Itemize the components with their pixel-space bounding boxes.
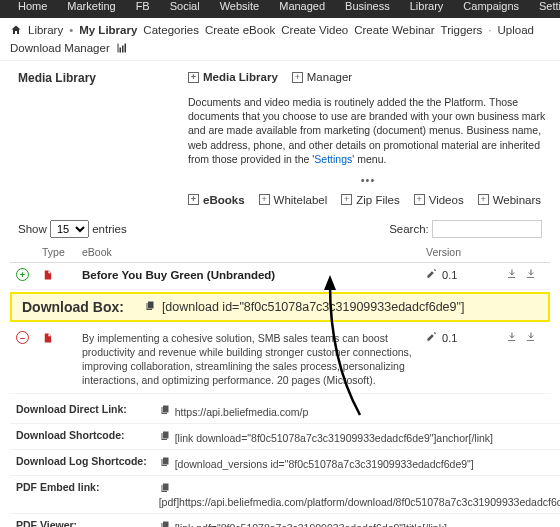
search-input[interactable]: [432, 220, 542, 238]
filter-whitelabel[interactable]: +Whitelabel: [259, 194, 328, 206]
nav-campaigns[interactable]: Campaigns: [453, 0, 529, 12]
link-value: [download_versions id="8f0c51078a7c3c319…: [175, 458, 474, 470]
download-icon[interactable]: [525, 332, 536, 344]
search-wrap: Search:: [389, 220, 542, 238]
nav-website[interactable]: Website: [210, 0, 270, 12]
settings-link[interactable]: Settings: [314, 153, 352, 165]
filter-webinars[interactable]: +Webinars: [478, 194, 541, 206]
filter-ebooks[interactable]: +eBooks: [188, 194, 245, 206]
version-text: 0.1: [442, 332, 457, 344]
media-library-heading: Media Library: [18, 71, 168, 85]
table-row: – By implementing a cohesive solution, S…: [10, 326, 550, 393]
nav-fb[interactable]: FB: [126, 0, 160, 12]
crumb-triggers[interactable]: Triggers: [441, 24, 483, 36]
description-tail: ' menu.: [352, 153, 386, 165]
edit-icon[interactable]: [426, 269, 437, 281]
link-value: [link pdf="8f0c51078a7c3c31909933edadcf6…: [175, 522, 447, 527]
crumb-create-ebook[interactable]: Create eBook: [205, 24, 275, 36]
tab-manager[interactable]: + Manager: [292, 71, 352, 83]
search-label: Search:: [389, 223, 429, 235]
media-table: Type eBook Version + Before You Buy Gree…: [10, 242, 550, 290]
download-icon[interactable]: [525, 269, 536, 281]
download-icon[interactable]: [506, 269, 517, 281]
plus-icon: +: [414, 194, 425, 205]
top-nav: Home Marketing FB Social Website Managed…: [0, 0, 560, 18]
link-details: Download Direct Link: https://api.belief…: [10, 398, 560, 527]
nav-settings[interactable]: Settings: [529, 0, 560, 12]
separator-dot: •: [69, 24, 73, 36]
right-column: + Media Library + Manager Documents and …: [188, 71, 548, 206]
col-version[interactable]: Version: [420, 242, 500, 263]
plus-icon: +: [188, 194, 199, 205]
callout-code-text: [download id="8f0c51078a7c3c31909933edad…: [162, 300, 465, 314]
plus-icon: +: [341, 194, 352, 205]
crumb-create-webinar[interactable]: Create Webinar: [354, 24, 434, 36]
tab-manager-label: Manager: [307, 71, 352, 83]
callout-label: Download Box:: [22, 299, 124, 315]
copy-icon[interactable]: [159, 432, 171, 444]
version-text: 0.1: [442, 269, 457, 281]
nav-business[interactable]: Business: [335, 0, 400, 12]
plus-icon: +: [188, 72, 199, 83]
filter-videos[interactable]: +Videos: [414, 194, 464, 206]
link-label: PDF Embed link:: [10, 475, 153, 513]
pdf-icon: [42, 272, 53, 284]
table-row: + Before You Buy Green (Unbranded) 0.1: [10, 262, 550, 289]
show-label: Show: [18, 223, 47, 235]
description-text: Documents and video media is routinely a…: [188, 95, 548, 166]
crumb-download-manager[interactable]: Download Manager: [10, 42, 110, 54]
nav-marketing[interactable]: Marketing: [57, 0, 125, 12]
edit-icon[interactable]: [426, 332, 437, 344]
crumb-library[interactable]: Library: [28, 24, 63, 36]
status-active-icon[interactable]: +: [16, 268, 29, 281]
link-row-viewer: PDF Viewer: [link pdf="8f0c51078a7c3c319…: [10, 513, 560, 527]
nav-library[interactable]: Library: [400, 0, 454, 12]
copy-icon[interactable]: [144, 299, 156, 315]
link-row-log: Download Log Shortcode: [download_versio…: [10, 449, 560, 475]
ebook-title[interactable]: Before You Buy Green (Unbranded): [76, 262, 420, 289]
crumb-create-video[interactable]: Create Video: [281, 24, 348, 36]
filter-zip-label: Zip Files: [356, 194, 399, 206]
nav-managed[interactable]: Managed: [269, 0, 335, 12]
col-ebook[interactable]: eBook: [76, 242, 420, 263]
nav-home[interactable]: Home: [8, 0, 57, 12]
plus-icon: +: [259, 194, 270, 205]
status-collapse-icon[interactable]: –: [16, 331, 29, 344]
page-size-select[interactable]: 15: [50, 220, 89, 238]
pdf-icon: [42, 335, 53, 347]
copy-icon[interactable]: [159, 484, 171, 496]
link-label: PDF Viewer:: [10, 513, 153, 527]
tab-media-library-label: Media Library: [203, 71, 278, 83]
table-controls: Show 15 entries Search:: [0, 212, 560, 242]
link-row-direct: Download Direct Link: https://api.belief…: [10, 398, 560, 424]
breadcrumb: Library • My Library Categories Create e…: [0, 18, 560, 61]
col-status[interactable]: [10, 242, 36, 263]
plus-icon: +: [292, 72, 303, 83]
copy-icon[interactable]: [159, 406, 171, 418]
sub-tabs: + Media Library + Manager: [188, 71, 548, 83]
nav-social[interactable]: Social: [160, 0, 210, 12]
main-area: Media Library + Media Library + Manager …: [0, 61, 560, 212]
copy-icon[interactable]: [159, 458, 171, 470]
plus-icon: +: [478, 194, 489, 205]
filter-zip[interactable]: +Zip Files: [341, 194, 399, 206]
left-column: Media Library: [18, 71, 168, 206]
download-icon[interactable]: [506, 332, 517, 344]
tab-media-library[interactable]: + Media Library: [188, 71, 278, 83]
separator-dot: ·: [488, 24, 491, 36]
callout-code: [download id="8f0c51078a7c3c31909933edad…: [144, 299, 465, 315]
home-icon[interactable]: [10, 24, 22, 36]
link-value: https://api.beliefmedia.com/p: [175, 406, 309, 418]
crumb-categories[interactable]: Categories: [143, 24, 199, 36]
ebook-description: By implementing a cohesive solution, SMB…: [76, 326, 420, 393]
copy-icon[interactable]: [159, 522, 171, 527]
crumb-upload[interactable]: Upload: [498, 24, 534, 36]
chart-icon[interactable]: [116, 42, 128, 54]
media-table-cont: – By implementing a cohesive solution, S…: [10, 326, 550, 394]
crumb-mylibrary[interactable]: My Library: [79, 24, 137, 36]
col-type[interactable]: Type: [36, 242, 76, 263]
filter-ebooks-label: eBooks: [203, 194, 245, 206]
link-label: Download Shortcode:: [10, 423, 153, 449]
divider-dots: •••: [188, 174, 548, 186]
download-box-callout: Download Box: [download id="8f0c51078a7c…: [10, 292, 550, 322]
